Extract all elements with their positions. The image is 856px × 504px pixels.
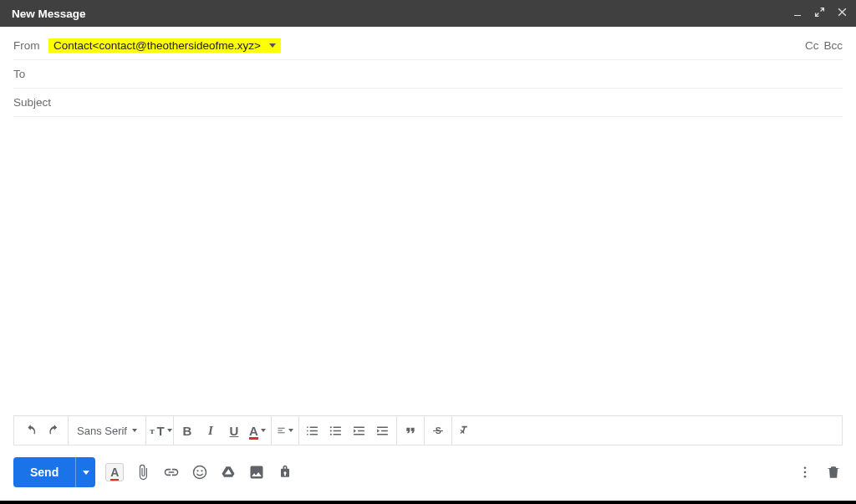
subject-input[interactable] xyxy=(13,96,843,109)
clear-format-icon[interactable] xyxy=(457,422,474,439)
confidential-mode-icon[interactable] xyxy=(276,463,294,481)
font-size-selector[interactable]: τT тT xyxy=(151,422,168,439)
popout-icon[interactable] xyxy=(814,7,825,20)
from-label: From xyxy=(13,39,48,52)
svg-point-3 xyxy=(330,430,332,431)
text-color-selector[interactable]: A xyxy=(249,422,266,439)
font-family-label: Sans Serif xyxy=(77,425,127,437)
indent-more-icon[interactable] xyxy=(374,422,391,439)
from-row: From Contact<contact@theothersideofme.xy… xyxy=(13,32,843,60)
chevron-down-icon xyxy=(288,429,293,432)
font-family-selector[interactable]: Sans Serif xyxy=(74,425,140,437)
align-selector[interactable] xyxy=(277,422,293,439)
svg-point-2 xyxy=(330,426,332,428)
svg-point-11 xyxy=(804,476,807,478)
to-row[interactable]: To xyxy=(13,60,843,89)
svg-point-7 xyxy=(197,470,199,471)
bullet-list-icon[interactable] xyxy=(328,422,344,439)
bold-icon[interactable]: B xyxy=(179,422,196,439)
attach-icon[interactable] xyxy=(134,463,152,481)
strikethrough-icon[interactable]: S xyxy=(430,422,446,439)
chevron-down-icon xyxy=(132,429,137,432)
window-titlebar: New Message xyxy=(0,0,856,27)
send-bar: Send A xyxy=(0,445,856,501)
numbered-list-icon[interactable] xyxy=(304,422,321,439)
more-options-icon[interactable] xyxy=(796,463,814,481)
chevron-down-icon xyxy=(167,429,172,432)
compose-header: From Contact<contact@theothersideofme.xy… xyxy=(0,27,856,117)
insert-photo-icon[interactable] xyxy=(247,463,266,481)
svg-text:S: S xyxy=(436,425,441,435)
italic-icon[interactable]: I xyxy=(202,422,219,439)
svg-point-6 xyxy=(194,466,206,479)
indent-less-icon[interactable] xyxy=(351,422,368,439)
subject-row[interactable] xyxy=(13,89,843,117)
svg-rect-0 xyxy=(794,15,801,16)
redo-icon[interactable] xyxy=(46,422,63,439)
svg-point-10 xyxy=(804,471,807,474)
window-controls xyxy=(792,7,848,20)
close-icon[interactable] xyxy=(837,7,848,20)
emoji-icon[interactable] xyxy=(191,463,209,481)
drive-icon[interactable] xyxy=(219,463,237,481)
underline-icon[interactable]: U xyxy=(226,422,242,439)
svg-point-9 xyxy=(804,466,807,469)
send-options-button[interactable] xyxy=(75,457,95,487)
window-title: New Message xyxy=(12,8,792,20)
cc-link[interactable]: Cc xyxy=(805,39,819,52)
from-value: Contact<contact@theothersideofme.xyz> xyxy=(54,39,261,52)
chevron-down-icon xyxy=(83,471,89,475)
bottom-border xyxy=(0,501,856,504)
svg-point-8 xyxy=(201,470,203,471)
svg-point-4 xyxy=(330,433,332,435)
send-button[interactable]: Send xyxy=(13,457,75,487)
discard-icon[interactable] xyxy=(824,463,843,481)
to-label: To xyxy=(13,68,48,80)
undo-icon[interactable] xyxy=(23,422,39,439)
from-selector[interactable]: Contact<contact@theothersideofme.xyz> xyxy=(48,38,281,53)
format-toolbar: Sans Serif τT тT B I U A xyxy=(13,415,843,445)
bcc-link[interactable]: Bcc xyxy=(823,39,843,52)
formatting-toggle-icon[interactable]: A xyxy=(105,463,124,481)
message-body[interactable] xyxy=(0,117,856,415)
chevron-down-icon xyxy=(269,43,276,48)
link-icon[interactable] xyxy=(162,463,181,481)
chevron-down-icon xyxy=(261,429,266,432)
minimize-icon[interactable] xyxy=(792,7,802,20)
quote-icon[interactable] xyxy=(402,422,419,439)
